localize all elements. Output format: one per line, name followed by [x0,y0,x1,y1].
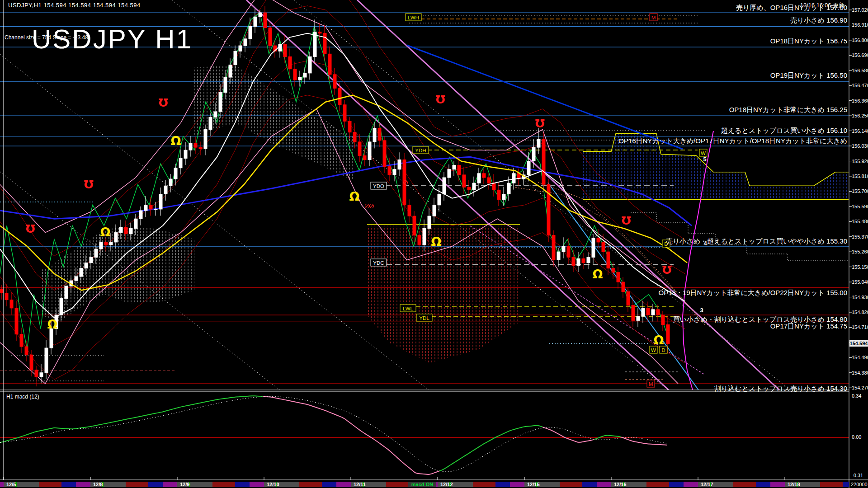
price-tick-label: 156.250 [852,113,868,118]
price-tick-label: 154.930 [852,295,868,300]
pivot-label-w: W [701,150,706,156]
session-segment [756,482,770,487]
date-label: 12/10 [267,482,279,487]
order-level-annotation: 売り小さめ・超えるとストップロス買いやや小さめ 155.30 [666,237,847,246]
price-tick-label: 157.020 [852,7,868,13]
chart-window: ΩΩΩΩΩΩΩΩΩΩΩΩΩΩLWHMYDHWYDOYDCLWLYDLDWDM54… [0,0,868,488]
order-level-annotation: OP19日NYカット 156.50 [770,71,847,80]
session-segment [61,482,76,487]
pivot-label-ydl: YDL [419,315,429,321]
macd-indicator-label: H1 macd (12) [6,394,39,400]
cloud-white-mid [194,65,353,180]
sell-signal-icon: Ω [535,117,544,130]
pivot-label-lwl: LWL [403,306,413,311]
price-tick-label: 156.470 [852,83,868,88]
buy-signal-icon: Ω [593,267,603,281]
pivot-label-ydo: YDO [373,183,384,189]
session-segment [386,482,409,487]
session-segment [235,482,250,487]
session-segment [733,482,756,487]
white-step-dashed [631,212,849,261]
session-segment [299,482,322,487]
order-level-annotation: OP18・19日NYカット非常に大きめ/OP22日NYカット 155.00 [659,289,847,297]
session-segment [646,482,669,487]
session-segment [126,482,148,487]
price-tick-label: 155.700 [852,188,868,194]
session-segment [582,482,597,487]
price-tick-label: 156.580 [852,68,868,73]
buy-signal-icon: Ω [349,189,360,203]
buy-signal-icon: Ω [100,225,111,239]
session-segment [322,482,336,487]
pivot-label-m: M [649,381,653,387]
channel-info-label: Channel size = 754 Slope = -23.48 [5,34,88,41]
price-tick-label: 154.820 [852,310,868,315]
sell-signal-icon: Ω [621,214,631,227]
session-segment [560,482,582,487]
session-segment [336,482,351,487]
price-tick-label: 156.030 [852,143,868,149]
date-label: 12/12 [440,482,453,487]
macd-signal-line [0,397,667,472]
price-tick-label: 156.800 [852,38,868,43]
price-tick-label: 155.150 [852,264,868,270]
salmon-proj-1 [515,188,705,325]
session-segment [843,482,849,487]
price-tick-label: 155.810 [852,174,868,179]
buy-signal-icon: Ω [431,235,442,249]
order-level-annotation: 売り厚め、OP16日NYカット 157.00 [736,4,847,12]
session-segment [250,482,264,487]
price-tick-label: 156.140 [852,128,868,134]
session-segment [212,482,235,487]
session-segment [495,482,510,487]
session-segment [820,482,843,487]
session-segment [0,482,4,487]
session-segment [510,482,524,487]
pivot-label-lwh: LWH [408,15,419,20]
price-tick-label: 155.920 [852,159,868,164]
countdown-digit: 5 [703,156,706,163]
pivot-label-w: W [651,347,656,353]
macd-panel [0,396,849,474]
price-tick-label: 155.370 [852,234,868,239]
price-tick-label: 156.360 [852,98,868,103]
order-level-annotation: 割り込むとストップロス売り小さめ 154.30 [714,385,847,393]
price-tick-label: 155.260 [852,249,868,254]
order-level-annotation: OP18日NYカット非常に大きめ 156.25 [729,106,847,114]
price-tick-label: 155.480 [852,219,868,224]
order-level-annotation: 超えるとストップロス買い小さめ 156.10 [721,127,847,135]
sell-signal-icon: Ω [435,93,445,106]
main-chart-layer: ΩΩΩΩΩΩΩΩΩΩΩΩΩΩLWHMYDHWYDOYDCLWLYDLDWDM54… [0,0,849,390]
order-level-annotation: OP17日NYカット 154.75 [770,322,847,331]
session-segment [597,482,611,487]
price-tick-label: 155.040 [852,279,868,285]
pivot-label-d: D [661,347,665,353]
symbol-ohlc-readout: USDJPY,H1 154.594 154.594 154.594 154.59… [8,2,141,9]
session-segment [473,482,495,487]
session-segment [76,482,90,487]
volume-readout: 220000 [851,482,868,487]
date-label: 12/11 [354,482,366,487]
blue-resistance [407,45,683,149]
sell-signal-icon: Ω [158,96,168,109]
red-envelope-lines [0,0,685,380]
pivot-label-ydc: YDC [373,260,384,266]
macd-tick-label: -0.31 [852,473,863,478]
price-tick-label: 154.270 [852,385,868,390]
date-label: 12/8 [93,482,103,487]
buy-signal-icon: Ω [171,134,181,148]
current-price-box: 154.594 [849,340,868,347]
sell-signal-icon: Ω [84,178,93,191]
session-segment [770,482,785,487]
date-label: 12/16 [614,482,627,487]
sell-signal-icon: Ω [25,222,35,235]
session-segment [684,482,698,487]
date-label: 12/5 [6,482,16,487]
price-tick-label: 154.380 [852,370,868,375]
pivot-label-ydh: YDH [415,148,426,153]
price-tick-label: 154.710 [852,324,868,330]
session-segment [148,482,163,487]
price-tick-label: 154.490 [852,355,868,360]
price-tick-label: 156.690 [852,52,868,58]
macd-toggle-button[interactable]: macd ON [408,482,436,487]
